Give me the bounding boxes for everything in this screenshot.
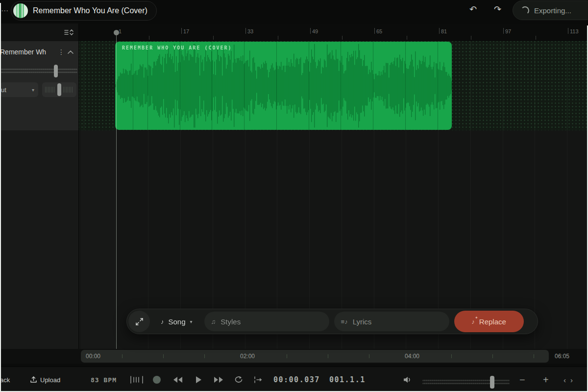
track-menu-icon[interactable]: ⋮ bbox=[55, 48, 68, 56]
bar-label: 17 bbox=[183, 28, 189, 34]
prompt-toolbar: ♪ Song ▾ ♫ ≡♪ ♪ ✦ Replace bbox=[126, 309, 538, 334]
export-label: Exporting... bbox=[534, 6, 571, 15]
track-name[interactable]: Remember Wh bbox=[0, 48, 55, 56]
time-position-display[interactable]: 00:00.037 bbox=[273, 375, 320, 384]
master-volume-thumb[interactable] bbox=[490, 376, 494, 389]
playhead-handle[interactable] bbox=[114, 30, 119, 35]
overview-tick bbox=[122, 354, 122, 358]
export-button[interactable]: Exporting... bbox=[513, 0, 588, 20]
bar-beat-display[interactable]: 001.1.1 bbox=[329, 375, 366, 384]
overview-tick bbox=[287, 354, 287, 358]
upload-button[interactable]: Upload bbox=[30, 376, 60, 383]
lyrics-icon: ≡♪ bbox=[341, 318, 348, 325]
time-label: 04:00 bbox=[405, 353, 419, 360]
expand-button[interactable] bbox=[128, 311, 150, 332]
horizontal-expand-button[interactable]: ‹› bbox=[564, 375, 577, 384]
loop-button[interactable] bbox=[234, 376, 244, 384]
more-icon[interactable]: ⋯ bbox=[1, 6, 8, 15]
project-title: Remember Who You Are (Cover) bbox=[33, 6, 147, 15]
bar-tick bbox=[568, 28, 568, 34]
chevron-down-icon: ▾ bbox=[190, 319, 193, 324]
bpm-display[interactable]: 83 BPM bbox=[91, 376, 117, 383]
timeline-area: 1 17 33 49 65 81 97 113 bbox=[79, 24, 588, 349]
song-mode-dropdown[interactable]: ♪ Song ▾ bbox=[161, 318, 193, 326]
pan-hatch-left bbox=[45, 87, 55, 93]
overview-tick bbox=[328, 354, 328, 358]
overview-tick bbox=[451, 354, 452, 358]
redo-icon[interactable]: ↷ bbox=[494, 5, 501, 14]
styles-input[interactable] bbox=[220, 318, 322, 326]
pan-hatch-right bbox=[63, 87, 74, 93]
clip-gridlines bbox=[115, 42, 452, 130]
ruler-mid-tick bbox=[213, 36, 214, 40]
bar-tick bbox=[310, 28, 311, 34]
preroll-band bbox=[81, 130, 116, 349]
bar-tick bbox=[374, 28, 375, 34]
track-header-panel: Remember Wh ⋮ ut ▾ bbox=[0, 41, 78, 130]
volume-track bbox=[0, 69, 77, 74]
track-lane[interactable]: REMEMBER WHO YOU ARE (COVER) bbox=[79, 41, 588, 130]
master-volume-slider[interactable] bbox=[422, 380, 510, 385]
bar-ruler[interactable]: 1 17 33 49 65 81 97 113 bbox=[79, 24, 588, 41]
replace-label: Replace bbox=[479, 318, 506, 326]
overview-tick bbox=[534, 354, 534, 358]
ruler-mid-tick bbox=[342, 36, 343, 40]
clip-label: REMEMBER WHO YOU ARE (COVER) bbox=[122, 45, 232, 50]
expand-icon bbox=[135, 318, 144, 326]
rewind-button[interactable] bbox=[172, 376, 183, 383]
overview-tick bbox=[492, 354, 493, 358]
bar-label: 97 bbox=[505, 28, 511, 34]
project-title-pill[interactable]: Remember Who You Are (Cover) bbox=[11, 1, 157, 21]
lyrics-field[interactable]: ≡♪ bbox=[334, 312, 449, 331]
ruler-mid-tick bbox=[149, 36, 149, 40]
music-note-icon: ♪ bbox=[161, 318, 164, 325]
workspace: Remember Wh ⋮ ut ▾ bbox=[0, 24, 588, 349]
styles-field[interactable]: ♫ bbox=[204, 312, 329, 331]
record-button[interactable] bbox=[153, 376, 161, 384]
bar-label: 33 bbox=[247, 28, 253, 34]
bar-label: 81 bbox=[441, 28, 447, 34]
styles-note-icon: ♫ bbox=[211, 318, 216, 325]
lyrics-input[interactable] bbox=[353, 318, 442, 326]
add-track-label-truncated[interactable]: ack bbox=[0, 376, 10, 383]
track-collapse-icon[interactable] bbox=[68, 50, 74, 54]
output-value: ut bbox=[1, 86, 6, 94]
time-signature-icon[interactable] bbox=[130, 376, 143, 384]
replace-note-icon: ♪ ✦ bbox=[471, 318, 475, 325]
volume-thumb[interactable] bbox=[54, 65, 58, 77]
undo-icon[interactable]: ↶ bbox=[469, 5, 477, 14]
track-sidebar: Remember Wh ⋮ ut ▾ bbox=[0, 24, 79, 349]
collapse-all-tracks-icon[interactable] bbox=[64, 28, 74, 36]
fast-forward-button[interactable] bbox=[214, 376, 224, 383]
play-button[interactable] bbox=[195, 376, 202, 384]
bar-tick bbox=[245, 28, 246, 34]
track-output-select[interactable]: ut ▾ bbox=[0, 82, 38, 97]
time-label: 00:00 bbox=[86, 353, 100, 360]
follow-playhead-button[interactable] bbox=[253, 376, 262, 384]
bar-tick bbox=[503, 28, 504, 34]
speaker-icon[interactable] bbox=[403, 376, 412, 384]
timeline-scrollbar[interactable]: 00:00 02:00 04:00 bbox=[81, 350, 549, 363]
replace-button[interactable]: ♪ ✦ Replace bbox=[454, 311, 524, 332]
ruler-mid-tick bbox=[536, 36, 536, 40]
track-pan-slider[interactable] bbox=[42, 82, 76, 97]
upload-icon bbox=[30, 376, 37, 383]
ruler-mid-tick bbox=[471, 36, 471, 40]
transport-bar: ack Upload 83 BPM bbox=[0, 367, 588, 392]
overview-tick bbox=[204, 354, 205, 358]
bar-label: 1 bbox=[119, 28, 122, 34]
pan-thumb[interactable] bbox=[57, 83, 61, 96]
bar-label: 113 bbox=[570, 28, 579, 34]
ruler-mid-tick bbox=[407, 36, 407, 40]
overview-row: 00:00 02:00 04:00 06:05 bbox=[0, 349, 588, 364]
sparkle-icon: ✦ bbox=[475, 316, 478, 320]
audio-clip[interactable]: REMEMBER WHO YOU ARE (COVER) bbox=[115, 42, 452, 130]
bar-tick bbox=[181, 28, 182, 34]
zoom-in-button[interactable]: + bbox=[543, 374, 549, 385]
sidebar-header bbox=[0, 24, 78, 41]
zoom-out-button[interactable]: − bbox=[519, 374, 525, 385]
spinner-icon bbox=[521, 6, 529, 15]
playhead-line bbox=[116, 30, 117, 349]
bar-label: 65 bbox=[376, 28, 382, 34]
track-volume-slider[interactable] bbox=[0, 65, 78, 77]
